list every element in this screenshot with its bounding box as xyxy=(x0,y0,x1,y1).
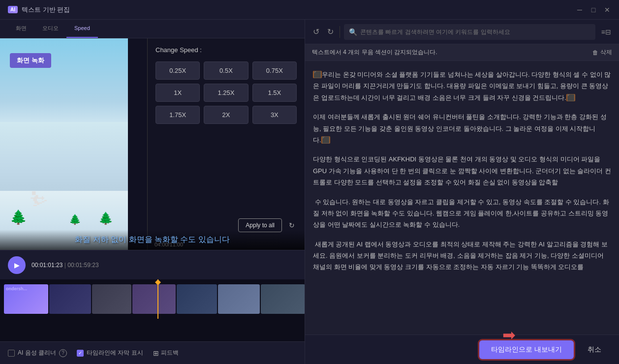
highlight-start: ⬛ xyxy=(313,71,322,78)
subtitle-text-part2: 화면을 녹화할 수도 있습니다 xyxy=(129,235,230,243)
redo-button[interactable]: ↻ xyxy=(325,25,336,38)
main-layout: 화면 오디오 Speed ⛷ 🌲 🌲 🌲 xyxy=(0,20,619,364)
text-paragraph-3: 다양한 형식으로 인코딩된 AKFKHDI 동영상은 물론 천여 개의 동영상 … xyxy=(313,153,611,188)
timeline-strip: ondersh... xyxy=(0,279,305,319)
speed-btn-025[interactable]: 0.25X xyxy=(155,61,200,80)
timeline[interactable]: ondersh... xyxy=(0,279,305,319)
ai-cleaner-checkbox[interactable] xyxy=(8,350,15,357)
speed-btn-3[interactable]: 3X xyxy=(252,106,297,124)
search-bar: ↺ ↻ 🔍 ≡⊟ xyxy=(305,20,619,44)
video-preview: ⛷ 🌲 🌲 🌲 화면 녹화 Change Speed : 0.25X 0.5X … xyxy=(0,38,305,250)
timeline-playhead xyxy=(157,279,158,319)
feedback-button[interactable]: ⊞ 피드백 xyxy=(153,349,179,357)
play-button[interactable]: ▶ xyxy=(8,256,26,274)
timeline-thumb-7 xyxy=(261,284,305,314)
text-paragraph-1: ⬛우리는 온갖 미디어와 소셜 플랫폼 기기들로 넘쳐나는 세상을 살아갑니다.… xyxy=(313,69,611,103)
highlight-end-2: ⬛ xyxy=(321,136,330,144)
search-input[interactable] xyxy=(360,29,590,35)
timeline-thumb-3 xyxy=(92,284,131,314)
subtitle-text-part1: 화질 저하 없이 xyxy=(75,235,128,243)
notice-bar: 텍스트에서 4 개의 무음 섹션이 감지되었습니다. 🗑 삭제 xyxy=(305,44,619,61)
timeline-subtitle-checkbox[interactable]: ✓ xyxy=(77,350,84,357)
left-panel: 화면 오디오 Speed ⛷ 🌲 🌲 🌲 xyxy=(0,20,305,364)
notice-text: 텍스트에서 4 개의 무음 섹션이 감지되었습니다. xyxy=(312,48,437,57)
speed-grid: 0.25X 0.5X 0.75X 1X 1.25X 1.5X 1.75X 2X … xyxy=(155,61,297,124)
time-code: 00:01:01:23 | 00:01:59:23 xyxy=(31,262,99,269)
action-bar-wrapper: ➡ 타임라인으로 내보내기 취소 xyxy=(305,334,619,364)
controls-bar: ▶ 00:01:01:23 | 00:01:59:23 xyxy=(0,250,305,279)
right-panel: ↺ ↻ 🔍 ≡⊟ 텍스트에서 4 개의 무음 섹션이 감지되었습니다. 🗑 삭제… xyxy=(305,20,619,364)
filter-button[interactable]: ≡⊟ xyxy=(599,26,613,38)
search-icon: 🔍 xyxy=(349,28,357,36)
text-paragraph-4: 수 있습니다. 원하는 대로 동영상을 자르고 클립을 제거할 수 있고, 동영… xyxy=(313,196,611,231)
ai-cleaner-label: AI 음성 클리너 xyxy=(18,349,56,357)
action-bar: 타임라인으로 내보내기 취소 xyxy=(305,334,619,364)
timeline-thumb-2 xyxy=(49,284,91,314)
undo-redo-group: ↺ ↻ xyxy=(311,25,336,38)
search-input-wrap: 🔍 xyxy=(344,24,595,40)
speed-btn-05[interactable]: 0.5X xyxy=(204,61,248,80)
highlight-end-1: ⬛ xyxy=(566,94,575,101)
undo-button[interactable]: ↺ xyxy=(311,25,321,38)
delete-label: 삭제 xyxy=(600,48,612,57)
speed-btn-1[interactable]: 1X xyxy=(155,84,200,102)
delete-button[interactable]: 🗑 삭제 xyxy=(592,48,612,57)
speed-btn-125[interactable]: 1.25X xyxy=(204,84,248,102)
arrow-indicator: ➡ xyxy=(502,326,516,344)
timeline-thumb-4 xyxy=(132,284,176,314)
export-to-timeline-button[interactable]: 타임라인으로 내보내기 xyxy=(479,340,574,359)
snow-tree-1: 🌲 xyxy=(10,209,27,225)
timeline-thumb-6 xyxy=(218,284,260,314)
current-time: 00:01:01:23 xyxy=(31,262,62,269)
timeline-subtitle-label: 타임라인에 자막 표시 xyxy=(87,349,143,357)
subtitle-text: 화질 저하 없이 화면을 녹화할 수도 있습니다 xyxy=(5,235,300,245)
text-paragraph-2: 이제 여러분들께 새롭게 출시된 원더 쉐어 유니컨버터 풀틴을 소개합니다. … xyxy=(313,111,611,146)
speed-btn-2[interactable]: 2X xyxy=(204,106,248,124)
text-content: ⬛우리는 온갖 미디어와 소셜 플랫폼 기기들로 넘쳐나는 세상을 살아갑니다.… xyxy=(305,61,619,334)
title-bar-left: AI 텍스트 기반 편집 xyxy=(8,5,70,14)
timeline-thumb-5 xyxy=(177,284,217,314)
title-bar: AI 텍스트 기반 편집 ─ □ ✕ xyxy=(0,0,619,20)
ai-badge: AI xyxy=(8,6,18,13)
speed-btn-075[interactable]: 0.75X xyxy=(252,61,297,80)
speed-btn-15[interactable]: 1.5X xyxy=(252,84,297,102)
timeline-subtitle-checkbox-item: ✓ 타임라인에 자막 표시 xyxy=(77,349,143,357)
snow-tree-2: 🌲 xyxy=(69,213,81,225)
tab-speed[interactable]: Speed xyxy=(66,20,98,38)
feedback-label: 피드백 xyxy=(161,349,179,357)
speed-btn-175[interactable]: 1.75X xyxy=(155,106,200,124)
cancel-button[interactable]: 취소 xyxy=(580,340,609,359)
speed-panel: Change Speed : 0.25X 0.5X 0.75X 1X 1.25X… xyxy=(147,38,305,250)
snow-tree-3: 🌲 xyxy=(98,212,113,225)
ai-cleaner-help-icon[interactable]: ? xyxy=(59,349,67,357)
total-time: 00:01:59:23 xyxy=(67,262,98,269)
delete-icon: 🗑 xyxy=(592,49,598,56)
ai-cleaner-checkbox-item: AI 음성 클리너 ? xyxy=(8,349,67,357)
title-bar-controls: ─ □ ✕ xyxy=(576,6,611,14)
speed-title: Change Speed : xyxy=(155,46,297,54)
tab-screen[interactable]: 화면 xyxy=(8,20,34,38)
tab-audio[interactable]: 오디오 xyxy=(34,20,66,38)
divider xyxy=(340,26,340,38)
text-paragraph-5: 새롭게 공개된 AI 랩에서 동영상과 오디오를 최적의 상태로 제작해 주는 … xyxy=(313,239,611,273)
tabs-bar: 화면 오디오 Speed xyxy=(0,20,305,38)
video-area: ⛷ 🌲 🌲 🌲 화면 녹화 Change Speed : 0.25X 0.5X … xyxy=(0,38,305,341)
close-button[interactable]: ✕ xyxy=(603,6,611,14)
skier-figure: ⛷ xyxy=(30,188,49,211)
record-banner: 화면 녹화 xyxy=(10,53,51,68)
minimize-button[interactable]: ─ xyxy=(576,6,584,14)
bottom-bar: AI 음성 클리너 ? ✓ 타임라인에 자막 표시 ⊞ 피드백 xyxy=(0,341,305,364)
maximize-button[interactable]: □ xyxy=(589,6,597,14)
timeline-thumb-1: ondersh... xyxy=(4,284,48,314)
subtitle-overlay: 화질 저하 없이 화면을 녹화할 수도 있습니다 xyxy=(0,230,305,250)
app-title: 텍스트 기반 편집 xyxy=(22,5,70,14)
video-background: ⛷ 🌲 🌲 🌲 xyxy=(0,38,128,250)
